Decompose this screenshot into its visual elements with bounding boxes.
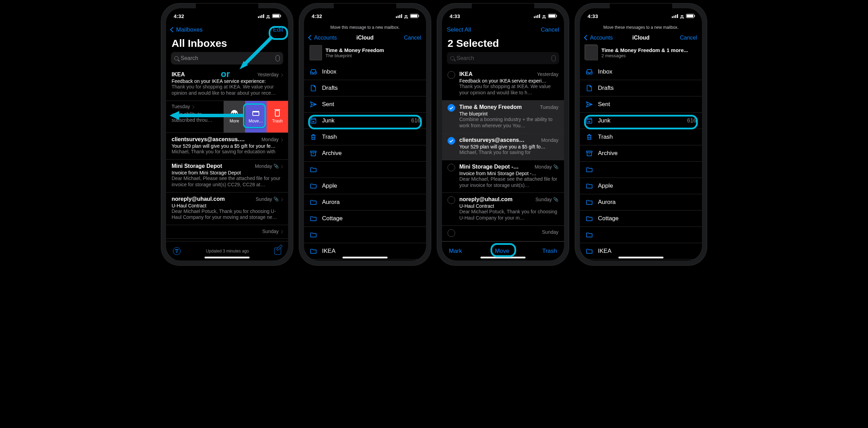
- trash-icon: [275, 110, 280, 117]
- folder-trash[interactable]: Trash: [304, 129, 426, 145]
- back-mailboxes[interactable]: Mailboxes: [171, 26, 203, 33]
- folder-unnamed[interactable]: [580, 227, 702, 243]
- folder-drafts[interactable]: Drafts: [304, 80, 426, 96]
- select-checkbox[interactable]: [448, 229, 455, 237]
- folder-junk[interactable]: Junk616: [580, 113, 702, 129]
- filter-button[interactable]: [173, 247, 181, 255]
- list-item[interactable]: clientsurveys@ascensus.comMonday Your 52…: [166, 133, 288, 160]
- list-item[interactable]: Time & Money FreedomTuesday The blueprin…: [442, 101, 564, 134]
- junk-icon: [310, 117, 317, 125]
- search-input[interactable]: Search: [171, 52, 283, 65]
- mark-button[interactable]: Mark: [449, 248, 462, 255]
- chevron-left-icon: [171, 26, 175, 33]
- svg-rect-4: [311, 151, 316, 153]
- folder-label: Inbox: [598, 68, 613, 75]
- folder-inbox[interactable]: Inbox: [304, 64, 426, 80]
- folder-label: Drafts: [598, 85, 614, 92]
- folder-aurora[interactable]: Aurora: [580, 194, 702, 211]
- folder-count: 616: [687, 118, 696, 124]
- status-time: 4:32: [174, 13, 184, 19]
- folder-label: Inbox: [322, 68, 337, 75]
- folder-sent[interactable]: Sent: [304, 96, 426, 113]
- folder-label: IKEA: [322, 248, 336, 255]
- notch: [334, 3, 396, 14]
- select-all-button[interactable]: Select All: [447, 26, 471, 33]
- list-item[interactable]: Sunday: [166, 225, 288, 239]
- folder-drafts[interactable]: Drafts: [580, 80, 702, 96]
- list-item[interactable]: IKEAYesterday Feedback on your IKEA serv…: [442, 68, 564, 101]
- paperclip-icon: 📎: [274, 164, 279, 169]
- cancel-button[interactable]: Cancel: [680, 35, 697, 41]
- folder-apple[interactable]: Apple: [304, 178, 426, 194]
- folder-list: InboxDraftsSentJunk616TrashArchiveAppleA…: [580, 64, 702, 260]
- select-checkbox[interactable]: [448, 104, 455, 112]
- folder-label: Drafts: [322, 85, 338, 92]
- trash-button[interactable]: Trash: [542, 248, 557, 255]
- folder-inbox[interactable]: Inbox: [580, 64, 702, 80]
- swiped-item[interactable]: Tuesday + the ability tosubscribed throu…: [166, 101, 288, 133]
- status-time: 4:33: [588, 13, 598, 19]
- sent-icon: [310, 101, 317, 108]
- folder-cottage[interactable]: Cottage: [304, 211, 426, 227]
- folder-unnamed[interactable]: [304, 227, 426, 243]
- folder-label: Archive: [598, 150, 618, 157]
- trash-icon: [585, 133, 593, 141]
- search-icon: [450, 56, 454, 60]
- mic-icon: [552, 55, 556, 61]
- folder-icon: [310, 182, 317, 190]
- mail-list: IKEAYesterday Feedback on your IKEA serv…: [166, 68, 288, 241]
- back-accounts[interactable]: Accounts: [309, 35, 337, 41]
- select-checkbox[interactable]: [448, 164, 455, 171]
- cancel-button[interactable]: Cancel: [541, 26, 559, 33]
- folder-apple[interactable]: Apple: [580, 178, 702, 194]
- back-accounts[interactable]: Accounts: [585, 35, 613, 41]
- compose-button[interactable]: [274, 248, 281, 255]
- swipe-more-button[interactable]: More: [224, 101, 245, 132]
- edit-button[interactable]: Edit: [273, 26, 283, 33]
- message-chip: Time & Money Freedom & 1 more...2 messag…: [580, 44, 702, 64]
- paperclip-icon: 📎: [553, 197, 558, 202]
- folder-aurora[interactable]: Aurora: [304, 194, 426, 211]
- folder-lantern[interactable]: Lantern: [304, 259, 426, 260]
- folder-label: Archive: [322, 150, 342, 157]
- list-item[interactable]: clientsurveys@ascens…Monday Your 529 pla…: [442, 134, 564, 160]
- select-checkbox[interactable]: [448, 71, 455, 79]
- swipe-trash-button[interactable]: Trash: [267, 101, 288, 132]
- move-button[interactable]: Move: [495, 248, 510, 255]
- home-indicator[interactable]: [205, 257, 250, 258]
- folder-unnamed[interactable]: [580, 162, 702, 178]
- select-checkbox[interactable]: [448, 196, 455, 204]
- thumbnail-stack-icon: [585, 45, 598, 60]
- list-item[interactable]: Sunday: [442, 226, 564, 241]
- home-indicator[interactable]: [480, 257, 526, 258]
- folder-trash[interactable]: Trash: [580, 129, 702, 145]
- sheet-header: Move this message to a new mailbox.: [304, 24, 426, 32]
- inbox-icon: [310, 68, 317, 76]
- list-item[interactable]: noreply@uhaul.comSunday📎 U-Haul Contract…: [166, 192, 288, 225]
- home-indicator[interactable]: [342, 257, 388, 258]
- swipe-move-button[interactable]: Move…: [245, 101, 267, 132]
- select-checkbox[interactable]: [448, 137, 455, 145]
- notch: [196, 3, 258, 14]
- paperclip-icon: 📎: [553, 164, 558, 169]
- folder-cottage[interactable]: Cottage: [580, 211, 702, 227]
- folder-archive[interactable]: Archive: [580, 145, 702, 162]
- cancel-button[interactable]: Cancel: [404, 35, 421, 41]
- folder-icon: [585, 231, 593, 239]
- folder-label: Cottage: [598, 215, 619, 222]
- list-item[interactable]: noreply@uhaul.comSunday📎 U-Haul Contract…: [442, 193, 564, 226]
- thumbnail-icon: [310, 45, 322, 60]
- folder-icon: [310, 166, 317, 173]
- folder-unnamed[interactable]: [304, 162, 426, 178]
- folder-junk[interactable]: Junk616: [304, 113, 426, 129]
- battery-icon: [272, 14, 280, 18]
- folder-label: Trash: [322, 134, 337, 140]
- mic-icon[interactable]: [276, 55, 280, 61]
- folder-sent[interactable]: Sent: [580, 96, 702, 113]
- list-item[interactable]: Mini Storage Depot -…Monday📎 Invoice fro…: [442, 160, 564, 193]
- folder-archive[interactable]: Archive: [304, 145, 426, 162]
- battery-icon: [410, 14, 418, 18]
- folder-lantern[interactable]: Lantern: [580, 259, 702, 260]
- home-indicator[interactable]: [618, 257, 663, 258]
- list-item[interactable]: Mini Storage DepotMonday📎 Invoice from M…: [166, 160, 288, 192]
